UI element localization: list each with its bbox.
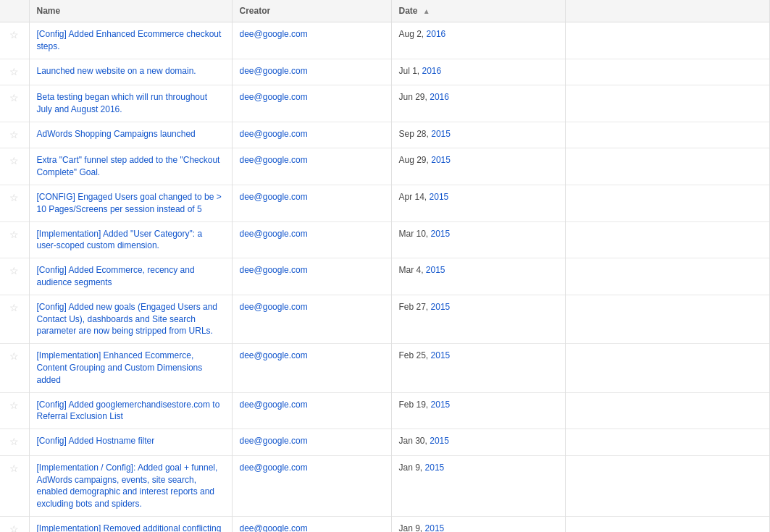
extra-cell <box>565 122 770 148</box>
name-link[interactable]: [Implementation / Config]: Added goal + … <box>37 463 218 509</box>
date-cell: Apr 14, 2015 <box>391 185 565 221</box>
name-link[interactable]: [Config] Added Hostname filter <box>37 436 155 446</box>
name-cell: [Implementation] Added "User Category": … <box>29 221 232 258</box>
table-row: ☆[Config] Added Enhanced Ecommerce check… <box>0 22 770 59</box>
name-cell: [Config] Added new goals (Engaged Users … <box>29 295 232 343</box>
table-row: ☆AdWords Shopping Campaigns launcheddee@… <box>0 122 770 148</box>
name-cell: [Implementation] Enhanced Ecommerce, Con… <box>29 344 232 392</box>
table-row: ☆Extra "Cart" funnel step added to the "… <box>0 148 770 185</box>
name-link[interactable]: [Implementation] Removed additional conf… <box>37 523 222 532</box>
date-cell: Mar 4, 2015 <box>391 258 565 295</box>
extra-cell <box>565 185 770 221</box>
creator-cell: dee@google.com <box>232 122 391 148</box>
name-cell: [Config] Added googlemerchandisestore.co… <box>29 392 232 429</box>
extra-cell <box>565 59 770 85</box>
name-link[interactable]: [Config] Added new goals (Engaged Users … <box>37 302 218 337</box>
name-link[interactable]: [Config] Added googlemerchandisestore.co… <box>37 400 220 422</box>
star-cell[interactable]: ☆ <box>0 59 29 85</box>
name-link[interactable]: AdWords Shopping Campaigns launched <box>37 129 196 139</box>
name-link[interactable]: [Config] Added Enhanced Ecommerce checko… <box>37 29 222 51</box>
table-row: ☆[Config] Added new goals (Engaged Users… <box>0 295 770 343</box>
name-link[interactable]: Beta testing began which will run throug… <box>37 92 207 114</box>
extra-cell <box>565 429 770 456</box>
name-cell: AdWords Shopping Campaigns launched <box>29 122 232 148</box>
date-cell: Feb 19, 2015 <box>391 392 565 429</box>
creator-cell: dee@google.com <box>232 22 391 59</box>
creator-cell: dee@google.com <box>232 185 391 221</box>
name-cell: [Implementation] Removed additional conf… <box>29 516 232 532</box>
extra-cell <box>565 85 770 122</box>
star-cell[interactable]: ☆ <box>0 185 29 221</box>
date-cell: Aug 29, 2015 <box>391 148 565 185</box>
name-cell: [Config] Added Ecommerce, recency and au… <box>29 258 232 295</box>
date-cell: Jan 9, 2015 <box>391 516 565 532</box>
date-cell: Sep 28, 2015 <box>391 122 565 148</box>
table-row: ☆[CONFIG] Engaged Users goal changed to … <box>0 185 770 221</box>
date-cell: Jul 1, 2016 <box>391 59 565 85</box>
extra-cell <box>565 22 770 59</box>
table-row: ☆[Implementation] Enhanced Ecommerce, Co… <box>0 344 770 392</box>
star-cell[interactable]: ☆ <box>0 148 29 185</box>
star-cell[interactable]: ☆ <box>0 429 29 456</box>
creator-cell: dee@google.com <box>232 148 391 185</box>
extra-cell <box>565 258 770 295</box>
extra-cell <box>565 221 770 258</box>
name-cell: Beta testing began which will run throug… <box>29 85 232 122</box>
col-header-extra <box>565 0 770 22</box>
name-link[interactable]: [Implementation] Enhanced Ecommerce, Con… <box>37 350 203 385</box>
creator-cell: dee@google.com <box>232 59 391 85</box>
table-row: ☆[Config] Added googlemerchandisestore.c… <box>0 392 770 429</box>
col-header-star <box>0 0 29 22</box>
table-row: ☆Beta testing began which will run throu… <box>0 85 770 122</box>
date-cell: Mar 10, 2015 <box>391 221 565 258</box>
date-cell: Jun 29, 2016 <box>391 85 565 122</box>
star-cell[interactable]: ☆ <box>0 455 29 516</box>
creator-cell: dee@google.com <box>232 295 391 343</box>
name-cell: Extra "Cart" funnel step added to the "C… <box>29 148 232 185</box>
extra-cell <box>565 516 770 532</box>
creator-cell: dee@google.com <box>232 429 391 456</box>
name-link[interactable]: [CONFIG] Engaged Users goal changed to b… <box>37 192 222 214</box>
extra-cell <box>565 455 770 516</box>
extra-cell <box>565 392 770 429</box>
star-cell[interactable]: ☆ <box>0 258 29 295</box>
table-row: ☆[Implementation / Config]: Added goal +… <box>0 455 770 516</box>
date-cell: Feb 25, 2015 <box>391 344 565 392</box>
name-cell: Launched new website on a new domain. <box>29 59 232 85</box>
col-header-date[interactable]: Date ▲ <box>391 0 565 22</box>
col-header-name[interactable]: Name <box>29 0 232 22</box>
name-link[interactable]: Launched new website on a new domain. <box>37 66 196 76</box>
extra-cell <box>565 344 770 392</box>
creator-cell: dee@google.com <box>232 258 391 295</box>
name-cell: [CONFIG] Engaged Users goal changed to b… <box>29 185 232 221</box>
star-cell[interactable]: ☆ <box>0 221 29 258</box>
star-cell[interactable]: ☆ <box>0 295 29 343</box>
name-link[interactable]: [Config] Added Ecommerce, recency and au… <box>37 265 195 287</box>
date-cell: Jan 30, 2015 <box>391 429 565 456</box>
star-cell[interactable]: ☆ <box>0 516 29 532</box>
col-header-creator: Creator <box>232 0 391 22</box>
name-link[interactable]: Extra "Cart" funnel step added to the "C… <box>37 155 220 177</box>
extra-cell <box>565 148 770 185</box>
creator-cell: dee@google.com <box>232 221 391 258</box>
creator-cell: dee@google.com <box>232 392 391 429</box>
table-row: ☆[Config] Added Ecommerce, recency and a… <box>0 258 770 295</box>
star-cell[interactable]: ☆ <box>0 22 29 59</box>
name-cell: [Implementation / Config]: Added goal + … <box>29 455 232 516</box>
name-link[interactable]: [Implementation] Added "User Category": … <box>37 229 203 251</box>
creator-cell: dee@google.com <box>232 344 391 392</box>
table-row: ☆[Implementation] Removed additional con… <box>0 516 770 532</box>
star-cell[interactable]: ☆ <box>0 344 29 392</box>
table-header-row: Name Creator Date ▲ <box>0 0 770 22</box>
star-cell[interactable]: ☆ <box>0 392 29 429</box>
date-cell: Feb 27, 2015 <box>391 295 565 343</box>
table-row: ☆Launched new website on a new domain.de… <box>0 59 770 85</box>
name-cell: [Config] Added Enhanced Ecommerce checko… <box>29 22 232 59</box>
star-cell[interactable]: ☆ <box>0 122 29 148</box>
table-row: ☆[Implementation] Added "User Category":… <box>0 221 770 258</box>
date-cell: Aug 2, 2016 <box>391 22 565 59</box>
extra-cell <box>565 295 770 343</box>
table-row: ☆[Config] Added Hostname filterdee@googl… <box>0 429 770 456</box>
name-cell: [Config] Added Hostname filter <box>29 429 232 456</box>
star-cell[interactable]: ☆ <box>0 85 29 122</box>
